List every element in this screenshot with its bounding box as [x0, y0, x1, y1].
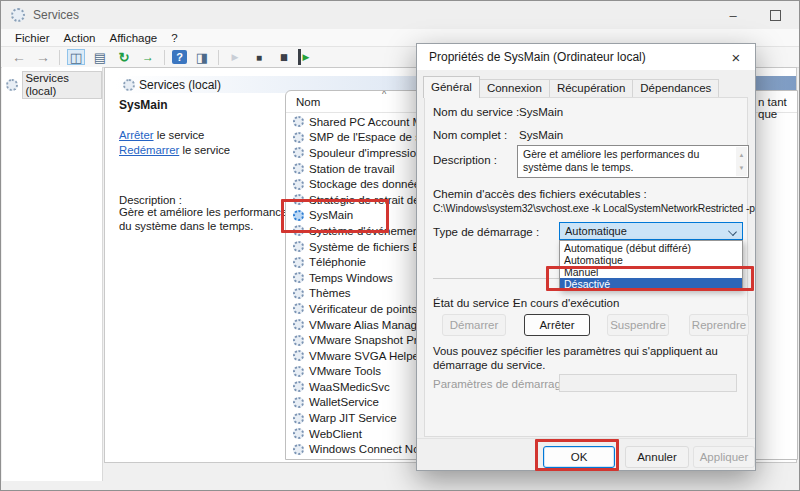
service-gear-icon — [293, 413, 304, 424]
restart-service-icon[interactable]: ▶ — [298, 49, 310, 65]
properties-dialog: Propriétés de SysMain (Ordinateur local)… — [416, 43, 756, 471]
service-name-label: Nom du service : — [433, 106, 519, 118]
annotation-box-sysmain — [281, 199, 389, 233]
view-tab-label: Étendu — [105, 463, 129, 478]
restart-service-link[interactable]: Redémarrer — [119, 144, 179, 156]
stop-button[interactable]: Arrêter — [524, 314, 590, 336]
service-gear-icon — [293, 257, 304, 268]
startup-type-combobox[interactable]: Automatique — [559, 222, 743, 240]
service-gear-icon — [293, 116, 304, 127]
sort-ascending-icon: ^ — [382, 90, 386, 99]
service-status-value: En cours d'exécution — [513, 297, 619, 309]
show-console-tree-icon[interactable]: ◫ — [67, 49, 85, 65]
dropdown-option[interactable]: Automatique — [560, 254, 742, 266]
service-gear-icon — [293, 381, 304, 392]
properties-icon[interactable]: ▤ — [91, 49, 109, 65]
stop-service-link[interactable]: Arrêter — [119, 129, 154, 141]
menu-item[interactable]: Fichier — [15, 32, 50, 44]
stop-service-icon[interactable]: ■ — [250, 49, 268, 65]
service-name: Téléphonie — [309, 256, 366, 268]
dialog-tab-dependances[interactable]: Dépendances — [632, 79, 719, 98]
service-name: WalletService — [309, 396, 379, 408]
gear-icon — [123, 79, 135, 91]
services-window: Services – FichierActionAffichage? ←→◫▤↻… — [0, 0, 800, 491]
export-list-icon[interactable]: → — [139, 49, 157, 65]
services-gear-icon — [11, 8, 25, 22]
startup-type-label: Type de démarrage : — [433, 226, 539, 238]
pane-header-title: Services (local) — [139, 78, 221, 92]
dialog-tab-connexion[interactable]: Connexion — [479, 79, 550, 98]
description-text: Gère et améliore les performances du sys… — [119, 206, 299, 233]
tree-item-label: Services (local) — [22, 71, 102, 99]
service-gear-icon — [293, 272, 304, 283]
selected-service-title: SysMain — [119, 98, 289, 112]
window-title: Services — [33, 8, 79, 22]
annotation-box-ok — [535, 439, 619, 471]
description-label: Description : — [119, 194, 289, 206]
annotation-box-desactive — [546, 266, 754, 291]
service-name: Spouleur d'impression — [309, 147, 422, 159]
service-name: WaaSMedicSvc — [309, 381, 390, 393]
description-scrollbar[interactable]: ▲ ▼ — [736, 147, 747, 176]
path-label: Chemin d'accès des fichiers exécutables … — [433, 188, 647, 200]
display-name-value: SysMain — [519, 129, 563, 141]
menu-item[interactable]: Affichage — [109, 32, 157, 44]
service-gear-icon — [293, 303, 304, 314]
service-name-value: SysMain — [519, 106, 563, 118]
maximize-button[interactable] — [757, 1, 793, 29]
close-icon[interactable]: × — [723, 44, 749, 70]
help-icon[interactable]: ? — [172, 50, 187, 64]
description-value: Gère et améliore les performances du sys… — [523, 148, 699, 173]
start-service-icon[interactable]: ▶ — [226, 49, 244, 65]
refresh-icon[interactable]: ↻ — [115, 49, 133, 65]
description-label: Description : — [433, 154, 497, 166]
restart-service-link-row[interactable]: Redémarrer le service — [119, 143, 289, 158]
dialog-title-bar: Propriétés de SysMain (Ordinateur local)… — [417, 44, 755, 70]
console-tree: Services (local) — [2, 67, 103, 481]
service-gear-icon — [293, 319, 304, 330]
service-gear-icon — [293, 163, 304, 174]
startup-type-value: Automatique — [565, 225, 627, 237]
stop-service-link-row[interactable]: Arrêter le service — [119, 128, 289, 143]
description-field[interactable]: Gère et améliore les performances du sys… — [517, 145, 749, 178]
service-name: Temps Windows — [309, 272, 393, 284]
scroll-up-icon[interactable]: ▲ — [739, 149, 745, 162]
dropdown-option[interactable]: Automatique (début différé) — [560, 242, 742, 254]
service-gear-icon — [293, 241, 304, 252]
service-gear-icon — [293, 132, 304, 143]
extended-description-column: SysMain Arrêter le service Redémarrer le… — [119, 98, 289, 233]
service-name: Station de travail — [309, 163, 395, 175]
title-bar: Services – — [1, 1, 799, 29]
service-name: Thèmes — [309, 287, 351, 299]
service-gear-icon — [293, 179, 304, 190]
maximize-icon — [770, 10, 781, 21]
cancel-button[interactable]: Annuler — [625, 446, 689, 468]
column-header-nom[interactable]: Nom — [296, 96, 320, 108]
link-suffix: le service — [154, 129, 205, 141]
tree-item-services-local[interactable]: Services (local) — [6, 71, 102, 99]
service-name: WebClient — [309, 428, 362, 440]
back-icon[interactable]: ← — [10, 49, 28, 65]
service-gear-icon — [293, 428, 304, 439]
startup-params-input — [559, 374, 737, 392]
menu-item[interactable]: ? — [171, 32, 177, 44]
service-gear-icon — [293, 147, 304, 158]
service-status-label: État du service : — [433, 297, 515, 309]
service-gear-icon — [293, 335, 304, 346]
show-action-pane-icon[interactable]: ◨ — [193, 49, 211, 65]
pause-button: Suspendre — [607, 314, 669, 336]
service-gear-icon — [293, 288, 304, 299]
scroll-down-icon[interactable]: ▼ — [739, 162, 745, 175]
apply-button: Appliquer — [693, 446, 755, 468]
minimize-button[interactable]: – — [715, 1, 751, 29]
dialog-tab-recuperation[interactable]: Récupération — [549, 79, 633, 98]
pause-service-icon[interactable]: ▮▮ — [274, 49, 292, 65]
service-gear-icon — [293, 397, 304, 408]
startup-params-label: Paramètres de démarrage : — [433, 378, 574, 390]
gear-icon — [6, 79, 18, 91]
forward-icon[interactable]: → — [34, 49, 52, 65]
resume-button: Reprendre — [689, 314, 749, 336]
menu-item[interactable]: Action — [64, 32, 96, 44]
dialog-tab-general[interactable]: Général — [423, 76, 480, 98]
service-gear-icon — [293, 444, 304, 455]
